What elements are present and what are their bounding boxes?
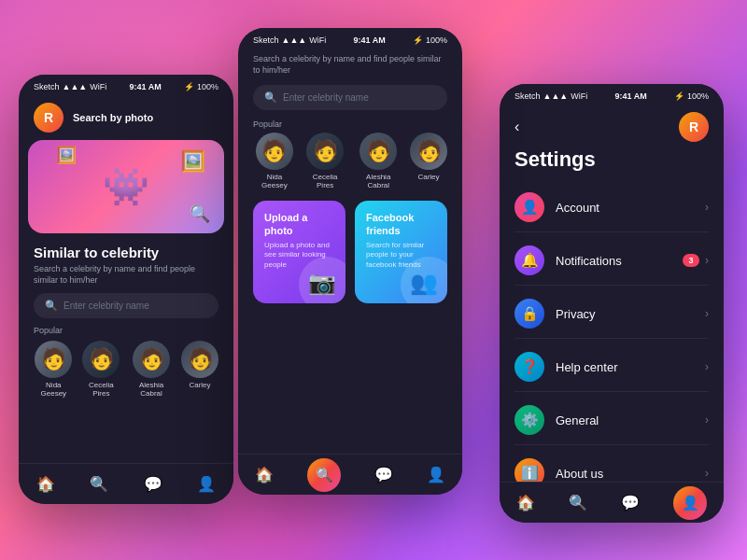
nav-search-active-middle[interactable]: 🔍 xyxy=(307,458,341,492)
wifi-left: WiFi xyxy=(90,82,106,91)
celeb-avatar-mid-2: 🧑 xyxy=(359,133,397,170)
fb-card-icon: 👥 xyxy=(410,270,438,296)
carrier-right: Sketch xyxy=(514,91,541,101)
celeb-name-1: Cecelia Pires xyxy=(81,381,121,398)
status-right-left: ⚡ 100% xyxy=(184,82,218,91)
status-left: Sketch ▲▲▲ WiFi xyxy=(34,82,106,91)
general-icon: ⚙️ xyxy=(514,405,544,435)
help-right: › xyxy=(705,360,709,373)
notifications-label: Notifications xyxy=(556,254,683,268)
similar-desc: Search a celebrity by name and find peop… xyxy=(34,264,218,286)
settings-avatar[interactable]: R xyxy=(679,112,709,142)
status-right-right: ⚡ 100% xyxy=(674,91,709,101)
celeb-avatar-mid-1: 🧑 xyxy=(306,133,344,170)
facebook-friends-card[interactable]: Facebook friends Search for similar peop… xyxy=(355,201,447,303)
account-chevron: › xyxy=(705,201,709,214)
notifications-badge: 3 xyxy=(683,254,699,267)
status-left-right: Sketch ▲▲▲ WiFi xyxy=(514,91,587,101)
nav-profile-active-right[interactable]: 👤 xyxy=(673,486,707,520)
celeb-name-2: Aleshia Cabral xyxy=(129,381,174,398)
bluetooth-left: ⚡ xyxy=(184,82,194,91)
upload-card-title: Upload a photo xyxy=(264,212,334,236)
celeb-avatar-2: 🧑 xyxy=(133,341,170,378)
celeb-avatar-0: 🧑 xyxy=(35,341,72,378)
signal-right: ▲▲▲ xyxy=(543,91,569,101)
notifications-chevron: › xyxy=(705,254,709,267)
status-left-middle: Sketch ▲▲▲ WiFi xyxy=(253,35,326,45)
back-button[interactable]: ‹ xyxy=(514,119,519,135)
popular-row-left: 🧑 Nida Geesey 🧑 Cecelia Pires 🧑 Aleshia … xyxy=(34,341,218,398)
celeb-item-3[interactable]: 🧑 Carley xyxy=(181,341,218,398)
settings-item-privacy[interactable]: 🔒 Privacy › xyxy=(514,289,709,339)
nav-profile-left[interactable]: 👤 xyxy=(197,475,216,493)
nav-search-right[interactable]: 🔍 xyxy=(569,494,587,511)
settings-item-notifications[interactable]: 🔔 Notifications 3 › xyxy=(514,236,709,286)
signal-left: ▲▲▲ xyxy=(63,82,88,91)
celeb-name-3: Carley xyxy=(189,381,210,389)
time-right: 9:41 AM xyxy=(615,91,647,101)
celeb-mid-0[interactable]: 🧑 Nida Geesey xyxy=(253,133,296,189)
celeb-mid-3[interactable]: 🧑 Carley xyxy=(410,133,447,189)
search-icon-middle: 🔍 xyxy=(264,91,277,104)
celeb-item-2[interactable]: 🧑 Aleshia Cabral xyxy=(129,341,174,398)
nav-search-left[interactable]: 🔍 xyxy=(90,475,108,493)
notifications-right: 3 › xyxy=(683,254,709,267)
account-right: › xyxy=(705,201,709,214)
bottom-nav-right: 🏠 🔍 💬 👤 xyxy=(500,482,724,523)
nav-home-left[interactable]: 🏠 xyxy=(36,475,55,493)
battery-left: 100% xyxy=(197,82,218,91)
wifi-right: WiFi xyxy=(571,91,587,101)
about-chevron: › xyxy=(705,467,709,480)
celeb-avatar-3: 🧑 xyxy=(181,341,218,378)
photo-icon-float-left: 🖼️ xyxy=(56,145,77,165)
nav-home-middle[interactable]: 🏠 xyxy=(255,466,274,483)
nav-chat-middle[interactable]: 💬 xyxy=(374,466,393,483)
celeb-mid-1[interactable]: 🧑 Cecelia Pires xyxy=(303,133,347,189)
nav-home-right[interactable]: 🏠 xyxy=(516,494,535,511)
phone-right: Sketch ▲▲▲ WiFi 9:41 AM ⚡ 100% ‹ R Setti… xyxy=(500,84,724,523)
celeb-name-0: Nida Geesey xyxy=(34,381,74,398)
help-chevron: › xyxy=(705,360,709,373)
settings-header: ‹ R xyxy=(500,105,724,147)
celeb-name-mid-0: Nida Geesey xyxy=(253,173,296,189)
celeb-item-1[interactable]: 🧑 Cecelia Pires xyxy=(81,341,121,398)
notifications-icon: 🔔 xyxy=(514,245,544,275)
celeb-name-mid-2: Aleshia Cabral xyxy=(354,173,402,189)
nav-search-icon-middle: 🔍 xyxy=(316,467,333,483)
popular-label-middle: Popular xyxy=(238,116,462,133)
celebrity-search-input-left[interactable]: 🔍 Enter celebrity name xyxy=(34,293,218,318)
status-bar-middle: Sketch ▲▲▲ WiFi 9:41 AM ⚡ 100% xyxy=(238,28,462,49)
carrier-middle: Sketch xyxy=(253,35,279,45)
nav-chat-left[interactable]: 💬 xyxy=(144,475,162,493)
settings-item-general[interactable]: ⚙️ General › xyxy=(514,396,709,445)
settings-item-account[interactable]: 👤 Account › xyxy=(514,183,709,232)
nav-profile-icon-right: 👤 xyxy=(682,495,699,511)
photo-icon-float-right: 🖼️ xyxy=(180,149,205,174)
battery-middle: 100% xyxy=(426,35,447,45)
avatar-left[interactable]: R xyxy=(34,103,63,133)
help-label: Help center xyxy=(556,360,705,374)
status-right-middle: ⚡ 100% xyxy=(413,35,447,45)
celeb-mid-2[interactable]: 🧑 Aleshia Cabral xyxy=(354,133,402,189)
bluetooth-middle: ⚡ xyxy=(413,35,423,45)
search-icon-left: 🔍 xyxy=(45,300,58,312)
privacy-right: › xyxy=(705,307,709,320)
settings-item-help[interactable]: ❓ Help center › xyxy=(514,343,709,392)
status-bar-right: Sketch ▲▲▲ WiFi 9:41 AM ⚡ 100% xyxy=(500,84,724,105)
help-icon: ❓ xyxy=(514,352,544,382)
account-icon: 👤 xyxy=(514,192,544,222)
about-right: › xyxy=(705,467,709,480)
nav-chat-right[interactable]: 💬 xyxy=(621,494,640,511)
time-middle: 9:41 AM xyxy=(354,35,386,45)
celeb-name-mid-3: Carley xyxy=(417,173,439,181)
search-by-photo-label: Search by photo xyxy=(73,112,153,123)
celeb-item-0[interactable]: 🧑 Nida Geesey xyxy=(34,341,74,398)
nav-profile-middle[interactable]: 👤 xyxy=(427,466,445,483)
celeb-avatar-1: 🧑 xyxy=(82,341,120,378)
upload-photo-card[interactable]: Upload a photo Upload a photo and see si… xyxy=(253,201,345,303)
about-label: About us xyxy=(556,467,705,481)
search-placeholder-left: Enter celebrity name xyxy=(63,301,149,311)
celebrity-search-middle[interactable]: 🔍 Enter celebrity name xyxy=(253,85,447,110)
settings-title: Settings xyxy=(500,147,724,183)
feature-cards-row: Upload a photo Upload a photo and see si… xyxy=(238,189,462,315)
